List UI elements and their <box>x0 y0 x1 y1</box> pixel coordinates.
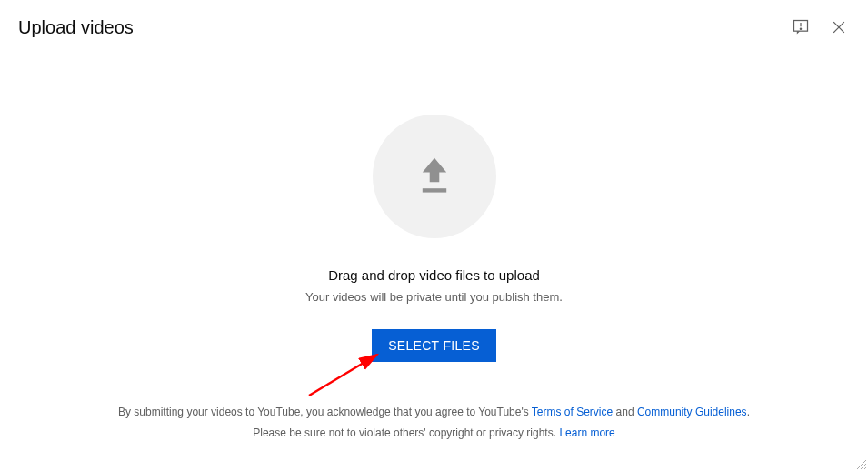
svg-point-2 <box>800 28 801 29</box>
dialog-title: Upload videos <box>18 17 134 38</box>
upload-content: Drag and drop video files to upload Your… <box>0 55 868 362</box>
footer-line-2: Please be sure not to violate others' co… <box>0 423 868 444</box>
footer-text: Please be sure not to violate others' co… <box>253 426 559 439</box>
footer-text: and <box>613 406 637 418</box>
learn-more-link[interactable]: Learn more <box>559 426 614 439</box>
dialog-header: Upload videos <box>0 0 868 55</box>
community-guidelines-link[interactable]: Community Guidelines <box>637 406 747 418</box>
footer-legal: By submitting your videos to YouTube, yo… <box>0 402 868 444</box>
footer-line-1: By submitting your videos to YouTube, yo… <box>0 402 868 423</box>
terms-of-service-link[interactable]: Terms of Service <box>532 406 613 418</box>
footer-text: By submitting your videos to YouTube, yo… <box>118 406 532 418</box>
feedback-icon[interactable] <box>790 16 812 38</box>
close-icon[interactable] <box>828 16 850 38</box>
upload-dropzone[interactable] <box>373 115 496 238</box>
upload-icon <box>416 156 453 196</box>
header-actions <box>790 16 850 38</box>
svg-rect-5 <box>422 188 445 192</box>
footer-text: . <box>747 406 750 418</box>
drag-drop-text: Drag and drop video files to upload <box>328 267 540 283</box>
privacy-notice: Your videos will be private until you pu… <box>305 290 563 304</box>
svg-line-10 <box>864 467 866 469</box>
resize-handle-icon[interactable] <box>857 460 866 469</box>
select-files-button[interactable]: SELECT FILES <box>372 329 496 362</box>
